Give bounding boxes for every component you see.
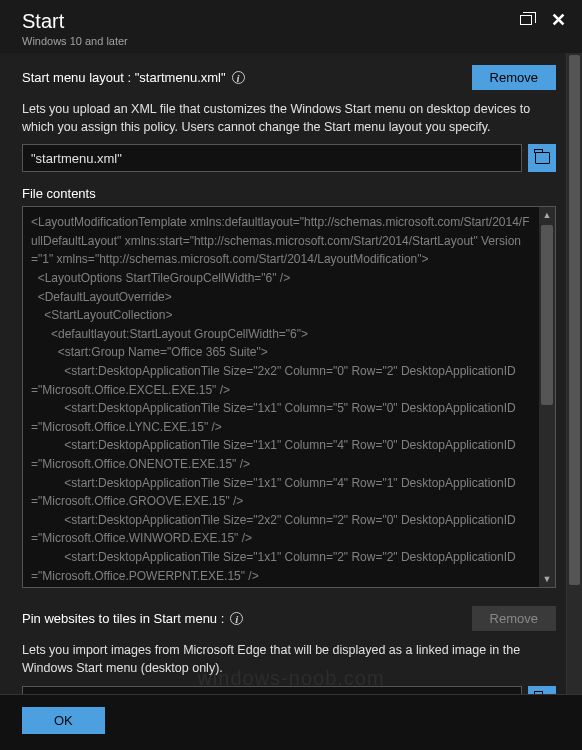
textarea-scrollthumb[interactable] bbox=[541, 225, 553, 405]
page-subtitle: Windows 10 and later bbox=[22, 35, 128, 47]
start-layout-label: Start menu layout : "startmenu.xml" i bbox=[22, 70, 245, 85]
close-icon: ✕ bbox=[551, 11, 566, 29]
info-icon[interactable]: i bbox=[232, 71, 245, 84]
remove-layout-button[interactable]: Remove bbox=[472, 65, 556, 90]
page-title: Start bbox=[22, 10, 128, 33]
browse-layout-button[interactable] bbox=[528, 144, 556, 172]
panel-scrollthumb[interactable] bbox=[569, 55, 580, 585]
textarea-scrollbar[interactable]: ▲ ▼ bbox=[539, 207, 555, 587]
scroll-down-icon[interactable]: ▼ bbox=[539, 571, 555, 587]
file-contents-text: <LayoutModificationTemplate xmlns:defaul… bbox=[23, 207, 539, 587]
remove-pin-button: Remove bbox=[472, 606, 556, 631]
scroll-up-icon[interactable]: ▲ bbox=[539, 207, 555, 223]
restore-icon bbox=[520, 15, 532, 25]
restore-button[interactable] bbox=[516, 10, 536, 30]
layout-file-input[interactable] bbox=[22, 144, 522, 172]
start-layout-description: Lets you upload an XML file that customi… bbox=[22, 100, 556, 136]
titlebar: Start Windows 10 and later ✕ bbox=[0, 0, 582, 53]
browse-pin-button[interactable] bbox=[528, 686, 556, 695]
pin-file-input[interactable] bbox=[22, 686, 522, 695]
folder-icon bbox=[535, 152, 550, 164]
footer: OK bbox=[0, 694, 582, 750]
pin-websites-label: Pin websites to tiles in Start menu : i bbox=[22, 611, 243, 626]
folder-icon bbox=[535, 694, 550, 695]
info-icon[interactable]: i bbox=[230, 612, 243, 625]
ok-button[interactable]: OK bbox=[22, 707, 105, 734]
file-contents-label: File contents bbox=[22, 186, 556, 201]
panel-scrollbar[interactable] bbox=[566, 53, 582, 694]
pin-websites-description: Lets you import images from Microsoft Ed… bbox=[22, 641, 556, 677]
close-button[interactable]: ✕ bbox=[548, 10, 568, 30]
file-contents-textarea[interactable]: <LayoutModificationTemplate xmlns:defaul… bbox=[22, 206, 556, 588]
content-pane: Start menu layout : "startmenu.xml" i Re… bbox=[0, 53, 566, 694]
